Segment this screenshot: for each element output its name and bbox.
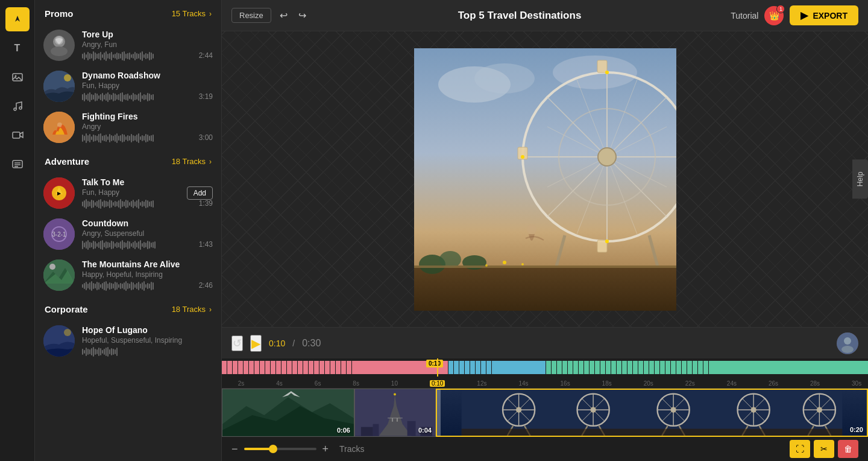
svg-point-45 [605, 71, 609, 74]
caption-tool-button[interactable] [5, 152, 30, 176]
ruler-tick-22s: 22s [685, 380, 695, 387]
main-area: Resize ↩ ↪ Top 5 Travel Destinations Tut… [222, 0, 868, 461]
track-waveform-countdown [82, 240, 194, 250]
play-button[interactable]: ▶ [250, 335, 262, 352]
logo-button[interactable] [5, 7, 30, 31]
zoom-slider[interactable] [244, 448, 316, 450]
track-item-tore-up[interactable]: Tore Up Angry, Fun 2:44 [35, 25, 221, 66]
track-name-dynamo: Dynamo Roadshow [82, 71, 194, 80]
cut-button[interactable]: ✂ [814, 440, 834, 458]
crown-count: 1 [776, 5, 785, 13]
seg [557, 361, 562, 374]
avatar-image [837, 332, 858, 354]
image-tool-button[interactable] [5, 65, 30, 89]
svg-point-60 [527, 224, 536, 234]
track-thumb-tore-up [43, 30, 75, 61]
top-bar-left: Resize ↩ ↪ [231, 7, 309, 24]
track-item-countdown[interactable]: 3-2-1 Countdown Angry, Suspenseful 1:43 [35, 214, 221, 255]
svg-point-70 [394, 393, 396, 395]
seg [595, 361, 600, 374]
svg-point-15 [64, 74, 71, 81]
seg [562, 361, 567, 374]
redo-icon: ↪ [298, 10, 306, 21]
clip-3[interactable]: 0:20 [436, 389, 868, 437]
seg [568, 361, 573, 374]
seg [233, 361, 237, 374]
seg [546, 361, 551, 374]
track-item-dynamo[interactable]: Dynamo Roadshow Fun, Happy 3:19 [35, 66, 221, 107]
svg-point-58 [521, 263, 524, 265]
zoom-minus-button[interactable]: − [231, 444, 238, 454]
seg [573, 361, 578, 374]
ruler-tick-12s: 12s [477, 380, 486, 387]
svg-rect-66 [373, 424, 379, 436]
track-item-fighting-fires[interactable]: Fighting Fires Angry 3:00 [35, 107, 221, 148]
seg [347, 361, 351, 374]
svg-point-5 [19, 107, 22, 109]
zoom-plus-button[interactable]: + [322, 444, 329, 454]
track-duration-dynamo: 3:19 [199, 92, 213, 101]
seg [655, 361, 659, 374]
seg [254, 361, 259, 374]
track-name-fighting-fires: Fighting Fires [82, 112, 194, 121]
delete-button[interactable]: 🗑 [838, 440, 858, 458]
seg [617, 361, 621, 374]
seg [222, 361, 227, 374]
restart-button[interactable]: ↺ [231, 335, 243, 351]
track-name-tore-up: Tore Up [82, 30, 194, 39]
crown-badge[interactable]: 👑 1 [764, 6, 784, 25]
seg [665, 361, 670, 374]
track-item-talk-to-me[interactable]: ▶ Talk To Me Fun, Happy 1:39 Add [35, 173, 221, 214]
corporate-section-header[interactable]: Corporate 18 Tracks › [35, 296, 221, 320]
promo-section-title: Promo [45, 8, 74, 19]
timeline-area: 0:10 2s 4s 6s 8s 10 0:10 12s 14s 16s 18s… [222, 358, 868, 461]
track-item-hope-lugano[interactable]: Hope Of Lugano Hopeful, Suspenseful, Ins… [35, 320, 221, 361]
ruler-tick-16s: 16s [561, 380, 570, 387]
svg-rect-114 [462, 429, 843, 436]
seg [590, 361, 594, 374]
seg [276, 361, 281, 374]
help-tab[interactable]: Help [852, 160, 868, 199]
resize-button[interactable]: Resize [231, 8, 271, 23]
top-bar: Resize ↩ ↪ Top 5 Travel Destinations Tut… [222, 0, 868, 31]
adventure-section-header[interactable]: Adventure 18 Tracks › [35, 148, 221, 173]
music-tool-button[interactable] [5, 94, 30, 118]
music-tool-icon [11, 100, 24, 112]
video-tool-button[interactable] [5, 123, 30, 147]
clip-3-left-handle[interactable] [437, 390, 441, 436]
track-info-dynamo: Dynamo Roadshow Fun, Happy [82, 71, 194, 102]
ruler-tick-2s: 2s [238, 380, 245, 387]
crop-icon: ⛶ [796, 444, 804, 454]
seg [600, 361, 605, 374]
video-preview [414, 48, 676, 311]
track-thumb-countdown: 3-2-1 [43, 218, 75, 250]
timeline-track-bar: 0:10 [222, 358, 868, 377]
svg-point-25 [64, 329, 71, 336]
top-bar-right: Tutorial 👑 1 ▶ EXPORT [731, 5, 858, 25]
tutorial-button[interactable]: Tutorial [731, 11, 758, 21]
export-button[interactable]: ▶ EXPORT [790, 5, 858, 25]
seg [709, 361, 868, 374]
track-item-mountains[interactable]: The Mountains Are Alive Happy, Hopeful, … [35, 255, 221, 296]
timeline-ruler: 2s 4s 6s 8s 10 0:10 12s 14s 16s 18s 20s … [222, 377, 868, 389]
text-tool-button[interactable]: T [5, 36, 30, 60]
clip-2[interactable]: 0:04 [354, 389, 436, 437]
promo-section-header[interactable]: Promo 15 Tracks › [35, 0, 221, 25]
redo-button[interactable]: ↪ [296, 7, 309, 24]
ruler-tick-26s: 26s [769, 380, 778, 387]
timeline-clips: 0:06 0:04 [222, 389, 868, 437]
add-button-talk-to-me[interactable]: Add [187, 186, 213, 200]
seg [579, 361, 583, 374]
promo-section-meta: 15 Tracks › [172, 9, 212, 18]
crop-button[interactable]: ⛶ [790, 440, 810, 458]
seg [309, 361, 313, 374]
timeline-controls: − + Tracks ⛶ ✂ 🗑 [222, 437, 868, 461]
clip-1[interactable]: 0:06 [222, 389, 354, 437]
track-thumb-image [43, 30, 75, 61]
help-wrapper: Help [852, 160, 868, 199]
undo-button[interactable]: ↩ [277, 7, 290, 24]
ruler-tick-4s: 4s [276, 380, 283, 387]
svg-point-59 [485, 264, 488, 267]
track-thumb-mountains [43, 259, 75, 291]
seg [633, 361, 638, 374]
